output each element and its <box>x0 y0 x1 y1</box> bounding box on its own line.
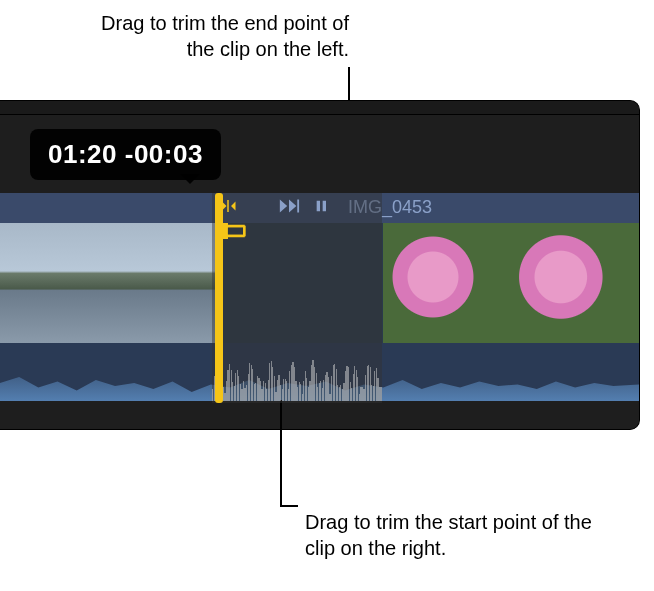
clip-thumbnail <box>383 223 508 343</box>
clip-thumbnail <box>0 223 80 343</box>
svg-rect-3 <box>227 227 245 236</box>
timeline-tracks: IMG_0453 <box>0 193 639 403</box>
svg-rect-1 <box>223 223 227 226</box>
precision-gap-waveform <box>212 346 382 401</box>
callout-line-bottom-h <box>280 505 298 507</box>
timecode-position: 01:20 <box>48 139 117 169</box>
svg-rect-2 <box>223 236 227 239</box>
clip-thumbnail <box>508 223 640 343</box>
skip-to-end-icon[interactable] <box>278 196 300 220</box>
clip-thumbnail <box>80 223 215 343</box>
clip-header-bar: IMG_0453 <box>0 193 639 223</box>
pause-icon[interactable] <box>314 196 330 220</box>
panel-bottom-bezel <box>0 409 639 429</box>
callout-line-bottom <box>280 400 282 505</box>
timecode-tooltip: 01:20 -00:03 <box>30 129 221 180</box>
panel-top-bezel <box>0 101 639 115</box>
timeline-precision-editor[interactable]: 01:20 -00:03 IMG_0453 <box>0 100 640 430</box>
left-clip-header-icons <box>222 195 240 221</box>
filmstrip-bracket-icon[interactable] <box>222 223 248 243</box>
callout-trim-start: Drag to trim the start point of the clip… <box>305 509 605 561</box>
right-clip-header-icons <box>278 195 330 221</box>
trim-arrows-icon[interactable] <box>222 198 240 218</box>
timecode-delta: -00:03 <box>125 139 203 169</box>
callout-trim-end: Drag to trim the end point of the clip o… <box>89 10 349 62</box>
